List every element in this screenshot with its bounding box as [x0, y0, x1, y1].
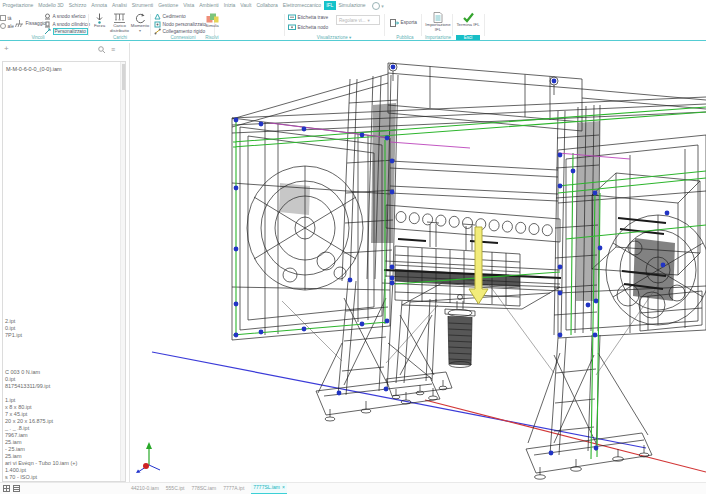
ribbon-tab[interactable]: Inizia — [221, 1, 238, 10]
tree-group-3: 1.iptx 8 x 80.ipt7 x 45.ipt20 x 20 x 16.… — [5, 397, 119, 482]
forza-button[interactable]: Forza — [92, 13, 107, 29]
momento-dropdown-icon[interactable]: ▾ — [139, 29, 141, 33]
ribbon-group-risolvi: Simula Risolvi — [194, 11, 230, 40]
ribbon-group-esci: Termina IFL Esci — [454, 11, 482, 40]
tree-item[interactable]: 0.ipt — [5, 325, 119, 332]
ribbon-tab[interactable]: IFL — [324, 1, 336, 10]
fissaggio-button[interactable]: Fissaggio — [15, 20, 46, 28]
document-tab-label: 44210-0.iam — [131, 485, 159, 491]
document-tab[interactable]: 44210-0.iam× — [131, 484, 159, 494]
tree-item[interactable]: ari vi Evéqn - Tubo 10.iam (+) — [5, 460, 119, 467]
ribbon: tà ale Fissaggio A snodo sferico — [0, 11, 706, 41]
tree-item[interactable]: 8175413311/99.ipt — [5, 383, 119, 390]
info-circle-icon — [372, 2, 380, 10]
tree-item[interactable]: 0.ipt — [5, 376, 119, 383]
tree-item[interactable]: 1.ipt — [5, 397, 119, 404]
group-label-visualizzazione[interactable]: Visualizzazione ▾ — [288, 35, 380, 40]
snodo-sferico-button[interactable]: A snodo sferico — [44, 13, 90, 21]
close-icon[interactable]: × — [282, 484, 285, 490]
search-icon[interactable] — [98, 46, 106, 54]
momento-button[interactable]: Momento ▾ — [132, 13, 148, 33]
tree-item[interactable]: _ . _ .8.ipt — [5, 425, 119, 432]
clipped-button[interactable]: tà — [0, 14, 14, 22]
ribbon-tab[interactable]: Analisi — [110, 1, 130, 10]
group-label-esci[interactable]: Esci — [456, 35, 480, 40]
tree-group-1: 2.ipt0.ipt7P1.ipt — [5, 318, 119, 339]
tree-item[interactable]: 1.400.ipt — [5, 467, 119, 474]
document-tab-label: 555C.ipt — [166, 485, 185, 491]
esporta-button[interactable]: Esporta — [390, 19, 417, 27]
cad-application-window: ProgettazioneModello 3DSchizzoAnnotaAnal… — [0, 0, 706, 494]
ribbon-tab[interactable]: Schizzo — [66, 1, 89, 10]
ribbon-tab[interactable]: Vista — [181, 1, 197, 10]
highlighted-beams-magenta[interactable] — [270, 123, 630, 159]
ribbon-tab[interactable]: Modello 3D — [36, 1, 66, 10]
ribbon-tab[interactable]: Simulazione — [336, 1, 368, 10]
regola-visualizzazione-dropdown[interactable]: Regolare vi... ▾ — [336, 15, 380, 25]
model-browser-panel: + ≡ M-M-0-6-0-0_(0-0).iam 2.ipt0.ipt7P1.… — [0, 43, 130, 483]
ribbon-group-visualizzazione: Etichetta trave Etichetta nodo Regolare … — [288, 11, 380, 40]
3d-viewport[interactable] — [130, 43, 706, 483]
cylindrical-joint-icon — [44, 21, 51, 28]
document-tab[interactable]: 7777A.ipt× — [223, 484, 244, 494]
ribbon-tab[interactable]: Progettazione — [0, 1, 36, 10]
ribbon-tab[interactable]: Vault — [238, 1, 254, 10]
tree-item[interactable]: C 003 0 N.iam — [5, 369, 119, 376]
etichetta-trave-button[interactable]: Etichetta trave — [288, 14, 328, 22]
tree-item[interactable]: 7967.iam — [5, 432, 119, 439]
list-status-icon[interactable] — [13, 485, 20, 492]
ribbon-group-carichi: Forza Carico distribuito Momento ▾ Caric… — [92, 11, 148, 40]
tree-item[interactable]: - 25.iam — [5, 446, 119, 453]
beam-label-icon — [288, 14, 296, 21]
tree-root-node[interactable]: M-M-0-6-0-0_(0-0).iam — [6, 66, 62, 72]
carico-distribuito-button[interactable]: Carico distribuito — [109, 13, 130, 34]
tree-item[interactable]: 7P1.ipt — [5, 332, 119, 339]
group-label-risolvi[interactable]: Risolvi — [194, 35, 230, 40]
group-label-vincoli[interactable]: Vincoli — [15, 35, 61, 40]
document-tab[interactable]: 555C.ipt× — [166, 484, 185, 494]
tree-item[interactable]: 25.iam — [5, 453, 119, 460]
simula-button[interactable]: Simula — [202, 13, 222, 29]
tree-scrollbar-thumb[interactable] — [122, 64, 125, 90]
model-tree[interactable]: M-M-0-6-0-0_(0-0).iam 2.ipt0.ipt7P1.ipt … — [2, 61, 126, 482]
fissaggio-label: Fissaggio — [26, 21, 47, 26]
wireframe-model — [130, 43, 706, 483]
clipped-button[interactable]: ale — [0, 22, 14, 30]
release-icon — [154, 13, 161, 20]
tree-scrollbar[interactable] — [120, 62, 125, 481]
etichetta-nodo-button[interactable]: Etichetta nodo — [288, 24, 328, 32]
browser-menu-icon[interactable]: ≡ — [111, 46, 115, 54]
ribbon-tab[interactable]: Collabora — [254, 1, 280, 10]
snodo-cilindrico-button[interactable]: A snodo cilindrico — [44, 21, 90, 29]
tree-item[interactable]: x 8 x 80.ipt — [5, 404, 119, 411]
document-tab-label: 7777A.ipt — [223, 485, 244, 491]
ribbon-group-importazione: Importazione IFL Importazione — [424, 11, 452, 40]
group-label-importazione[interactable]: Importazione — [424, 35, 452, 40]
regola-label: Regolare vi... — [339, 18, 366, 23]
tree-item[interactable]: 25.iam — [5, 439, 119, 446]
ribbon-tab[interactable]: Annota — [89, 1, 110, 10]
termina-ifl-button[interactable]: Termina IFL — [456, 12, 480, 28]
tree-item[interactable]: s 70 - ISO.ipt — [5, 474, 119, 481]
ribbon-tab[interactable]: Elettromeccanico — [280, 1, 323, 10]
document-tab[interactable]: 778SC.iam× — [191, 484, 216, 494]
node-label-icon — [288, 24, 296, 31]
group-label-carichi[interactable]: Carichi — [92, 35, 148, 40]
tree-item[interactable]: 20 x 20 x 16.875.ipt — [5, 418, 119, 425]
browser-add-button[interactable]: + — [4, 44, 9, 54]
grid-status-icon[interactable] — [3, 485, 10, 492]
simula-label: Simula — [205, 24, 218, 29]
tree-item[interactable]: 2.ipt — [5, 318, 119, 325]
tree-item[interactable]: 7 x 45.ipt — [5, 411, 119, 418]
custom-node-icon — [154, 21, 161, 28]
x-axis-blue — [152, 352, 646, 448]
document-tab[interactable]: 7777SL.iam× — [251, 483, 287, 494]
origin-triad-icon — [136, 442, 160, 473]
ribbon-clipped-group: tà ale — [0, 14, 14, 30]
group-label-pubblica[interactable]: Pubblica — [388, 35, 422, 40]
ribbon-tab[interactable]: Strumenti — [129, 1, 155, 10]
importazione-ifl-button[interactable]: Importazione IFL — [425, 12, 451, 33]
ribbon-tab[interactable]: Gestione — [156, 1, 181, 10]
ribbon-tab[interactable]: Ambienti — [197, 1, 221, 10]
ribbon-options-icon[interactable]: ▾ — [372, 2, 384, 10]
